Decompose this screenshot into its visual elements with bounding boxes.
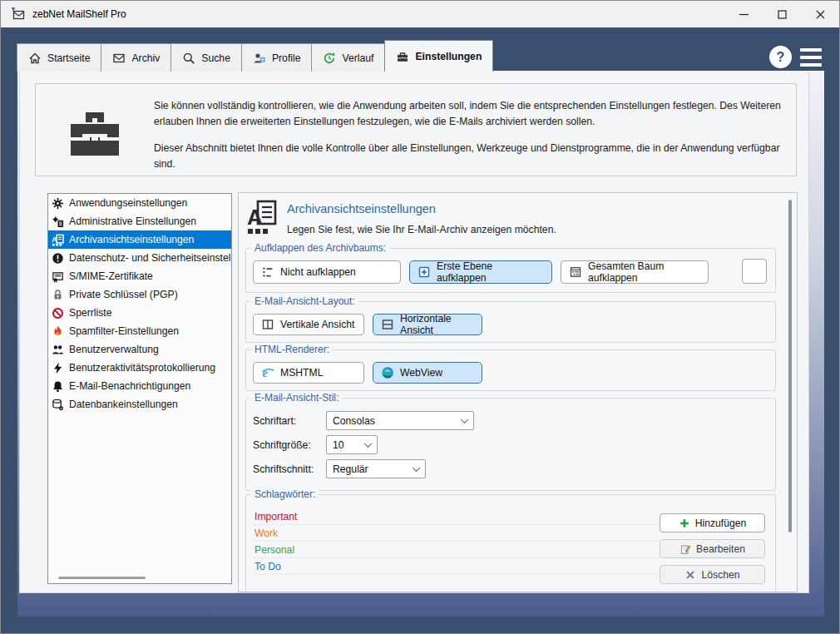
- sidebar-item[interactable]: Benutzerverwaltung: [48, 340, 231, 359]
- action-button-label: Bearbeiten: [696, 543, 745, 555]
- expand-tree-icon: [569, 265, 582, 279]
- tag-row[interactable]: Personal: [253, 542, 660, 558]
- option-button-nicht-aufklappen[interactable]: Nicht aufklappen: [253, 260, 401, 284]
- blocklist-icon: [52, 307, 64, 319]
- sidebar-item-label: S/MIME-Zertifikate: [69, 270, 153, 282]
- sidebar-item[interactable]: Administrative Einstellungen: [48, 212, 231, 230]
- tab-verlauf[interactable]: Verlauf: [311, 43, 385, 72]
- hinzufügen-button[interactable]: Hinzufügen: [660, 513, 765, 532]
- tab-profile[interactable]: Profile: [241, 43, 313, 72]
- intro-box: Sie können vollständig kontrollieren, wi…: [35, 83, 797, 176]
- tag-row[interactable]: Important: [253, 508, 660, 525]
- close-button[interactable]: [801, 1, 839, 27]
- pgp-key-icon: [52, 289, 64, 301]
- tag-row[interactable]: To Do: [253, 558, 660, 575]
- toolbox-icon: [396, 50, 409, 63]
- option-button-label: Horizontale Ansicht: [400, 313, 474, 336]
- tag-row[interactable]: Work: [253, 525, 660, 542]
- option-button-erste-ebene-aufklappen[interactable]: Erste Ebene aufklappen: [409, 260, 552, 284]
- option-button-label: Vertikale Ansicht: [280, 319, 354, 330]
- certificate-icon: [52, 270, 64, 283]
- sidebar-item[interactable]: S/MIME-Zertifikate: [48, 267, 231, 285]
- edge-icon: [381, 366, 394, 379]
- tab-label: Archiv: [131, 52, 160, 64]
- löschen-button[interactable]: Löschen: [660, 565, 765, 584]
- style-field-label: Schriftart:: [253, 415, 326, 427]
- expand-plus-icon: [418, 265, 431, 279]
- tab-suche[interactable]: Suche: [170, 43, 242, 72]
- bearbeiten-button[interactable]: Bearbeiten: [660, 539, 765, 558]
- archive-view-icon: A: [247, 200, 277, 235]
- tab-bar: StartseiteArchivSucheProfileVerlaufEinst…: [17, 40, 493, 72]
- panel-vertical-scrollbar[interactable]: [788, 200, 792, 532]
- group-html-renderer: HTML-Renderer: eMSHTMLWebView: [245, 349, 776, 391]
- sidebar-item[interactable]: Benutzeraktivitätsprotokollierung: [48, 359, 231, 377]
- gear-icon: [52, 197, 64, 210]
- option-button-label: Gesamten Baum aufklappen: [588, 260, 700, 284]
- maximize-button[interactable]: [763, 1, 801, 27]
- clear-selection-button[interactable]: [742, 259, 767, 284]
- sidebar-item[interactable]: Sperrliste: [48, 304, 231, 322]
- option-button-label: Erste Ebene aufklappen: [437, 260, 544, 284]
- sidebar-item[interactable]: Private Schlüssel (PGP): [48, 285, 231, 304]
- option-button-gesamten-baum-aufklappen[interactable]: Gesamten Baum aufklappen: [561, 260, 709, 284]
- menu-button[interactable]: [800, 48, 822, 67]
- title-bar: zebNet MailShelf Pro: [1, 1, 839, 27]
- sidebar-item[interactable]: E-Mail-Benachrichtigungen: [48, 377, 231, 395]
- chevron-down-icon: [413, 463, 421, 472]
- help-button[interactable]: ?: [769, 46, 792, 68]
- x-icon: [684, 569, 696, 581]
- sidebar-item-label: E-Mail-Benachrichtigungen: [69, 380, 190, 392]
- option-button-mshtml[interactable]: eMSHTML: [253, 362, 364, 384]
- group-tags: Schlagwörter: ImportantWorkPersonalTo Do…: [245, 494, 776, 592]
- group-mail-view-style: E-Mail-Ansicht-Stil: Schriftart:Consolas…: [245, 398, 776, 491]
- minimize-button[interactable]: [724, 1, 763, 27]
- option-button-webview[interactable]: WebView: [373, 362, 482, 384]
- select-schriftgröße[interactable]: 10: [326, 435, 378, 454]
- panel-subtitle: Legen Sie fest, wie Sie Ihr E-Mail-Archi…: [287, 224, 556, 235]
- style-field-label: Schriftschnitt:: [253, 463, 326, 475]
- select-schriftart[interactable]: Consolas: [326, 411, 474, 430]
- settings-card: Sie können vollständig kontrollieren, wi…: [19, 72, 809, 593]
- style-field-row: Schriftschnitt:Regulär: [253, 457, 768, 481]
- tab-label: Verlauf: [342, 52, 373, 64]
- profile-icon: [253, 52, 266, 65]
- vertical-split-icon: [261, 318, 274, 331]
- home-icon: [28, 52, 42, 65]
- window-title: zebNet MailShelf Pro: [32, 8, 126, 20]
- sidebar-item-label: Benutzeraktivitätsprotokollierung: [69, 362, 215, 374]
- sidebar-item[interactable]: Datenbankeinstellungen: [48, 395, 231, 414]
- tab-label: Startseite: [47, 52, 90, 64]
- group-mail-view-layout: E-Mail-Ansicht-Layout: Vertikale Ansicht…: [245, 301, 776, 343]
- style-field-label: Schriftgröße:: [253, 439, 326, 451]
- sidebar-item[interactable]: Anwendungseinstellungen: [48, 194, 231, 212]
- group-layout-label: E-Mail-Ansicht-Layout:: [251, 295, 358, 307]
- option-button-vertikale-ansicht[interactable]: Vertikale Ansicht: [253, 314, 364, 335]
- tab-einstellungen[interactable]: Einstellungen: [384, 40, 493, 72]
- tab-archiv[interactable]: Archiv: [101, 43, 171, 72]
- tab-startseite[interactable]: Startseite: [17, 43, 101, 72]
- spamfilter-icon: [52, 325, 64, 338]
- settings-category-list: AnwendungseinstellungenAdministrative Ei…: [47, 193, 232, 584]
- horizontal-split-icon: [381, 318, 394, 331]
- ie-icon: e: [261, 366, 274, 379]
- activity-log-icon: [52, 362, 64, 374]
- sidebar-horizontal-scrollbar[interactable]: [58, 577, 146, 579]
- select-schriftschnitt[interactable]: Regulär: [326, 459, 426, 478]
- tab-label: Suche: [201, 52, 230, 64]
- sidebar-item[interactable]: Datenschutz- und Sicherheitseinstellu: [48, 249, 231, 267]
- intro-text: Sie können vollständig kontrollieren, wi…: [154, 98, 781, 172]
- sidebar-item[interactable]: Spamfilter-Einstellungen: [48, 322, 231, 340]
- option-button-horizontale-ansicht[interactable]: Horizontale Ansicht: [373, 314, 482, 335]
- edit-icon: [679, 543, 691, 555]
- tag-actions: HinzufügenBearbeitenLöschen: [660, 513, 765, 584]
- select-value: 10: [333, 439, 344, 451]
- toolbox-icon: [67, 101, 122, 159]
- mail-icon: [112, 52, 126, 65]
- sidebar-item-label: Sperrliste: [69, 307, 111, 319]
- panel-title: Archivansichtseinstellungen: [287, 202, 436, 215]
- sidebar-item[interactable]: AArchivansichtseinstellungen: [48, 230, 231, 249]
- sidebar-item-label: Anwendungseinstellungen: [69, 197, 187, 209]
- sidebar-item-label: Spamfilter-Einstellungen: [69, 325, 179, 337]
- style-field-row: Schriftart:Consolas: [253, 409, 768, 433]
